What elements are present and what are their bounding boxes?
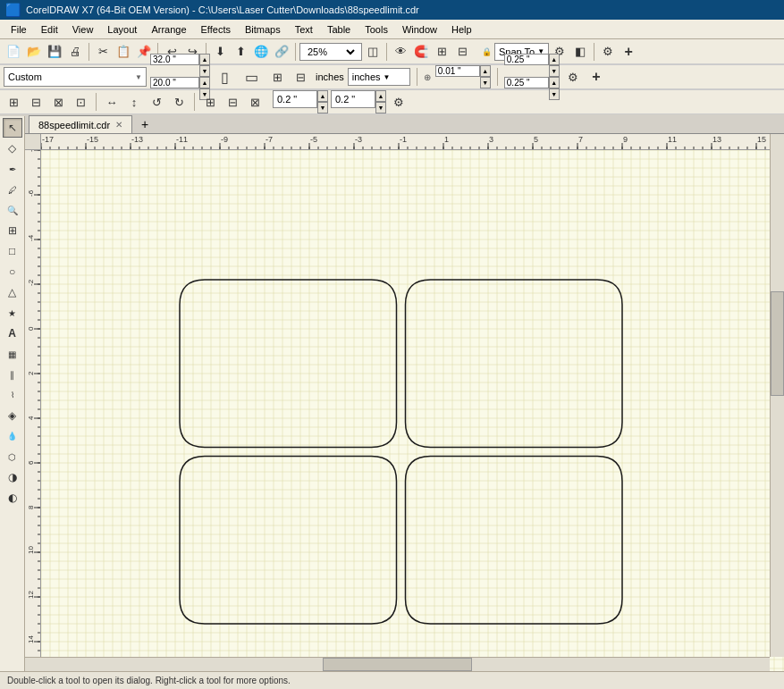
blend-tool[interactable]: ◈ xyxy=(3,406,22,425)
new-button[interactable]: 📄 xyxy=(4,42,23,62)
units-dropdown[interactable]: inches ▼ xyxy=(348,68,410,86)
x-down[interactable]: ▼ xyxy=(317,102,328,113)
menu-effects[interactable]: Effects xyxy=(194,21,238,38)
grid-toggle[interactable]: ⊞ xyxy=(432,42,451,62)
menu-tools[interactable]: Tools xyxy=(358,21,395,38)
group-btn[interactable]: ⊞ xyxy=(200,92,220,112)
rotate-90-ccw[interactable]: ↺ xyxy=(147,92,166,112)
ungroup-btn[interactable]: ⊟ xyxy=(223,92,242,112)
y-up[interactable]: ▲ xyxy=(375,90,386,102)
doc-tab-0[interactable]: 88speedlimit.cdr ✕ xyxy=(29,115,132,133)
add-tab-button[interactable]: + xyxy=(136,115,154,133)
scale-x-down[interactable]: ▼ xyxy=(549,65,560,77)
settings-gear[interactable]: ⚙ xyxy=(389,92,409,112)
menu-help[interactable]: Help xyxy=(444,21,479,38)
copy-button[interactable]: 📋 xyxy=(114,42,133,62)
fill-tool[interactable]: ⬡ xyxy=(3,447,22,466)
x-pos-field[interactable]: 0.2 " ▲ ▼ xyxy=(273,90,328,113)
menu-bitmaps[interactable]: Bitmaps xyxy=(238,21,288,38)
interactive-fill[interactable]: ◑ xyxy=(3,467,22,487)
scale-y-up[interactable]: ▲ xyxy=(549,77,560,88)
pointer-tool[interactable]: ↖ xyxy=(3,118,22,138)
eyedropper-tool[interactable]: 💧 xyxy=(3,426,22,446)
menu-file[interactable]: File xyxy=(4,21,34,38)
transparency-tool[interactable]: ◐ xyxy=(3,488,22,508)
nudge-field[interactable]: 0.01 " ▲ ▼ xyxy=(435,65,491,88)
crop-tool[interactable]: ⊞ xyxy=(3,221,22,240)
y-pos-field[interactable]: 0.2 " ▲ ▼ xyxy=(331,90,386,113)
guidelines-toggle[interactable]: ⊟ xyxy=(452,42,472,62)
nudge-up[interactable]: ▲ xyxy=(480,65,491,77)
import-button[interactable]: ⬇ xyxy=(210,42,230,62)
polygon-tool[interactable]: △ xyxy=(3,282,22,302)
height-up[interactable]: ▲ xyxy=(199,77,210,88)
connector-tool[interactable]: ⌇ xyxy=(3,385,22,405)
width-up[interactable]: ▲ xyxy=(199,54,210,65)
y-down[interactable]: ▼ xyxy=(375,102,386,113)
page-size-dropdown[interactable]: Custom xyxy=(4,67,147,87)
width-spinners[interactable]: ▲ ▼ xyxy=(199,54,210,77)
shape-tool[interactable]: ◇ xyxy=(3,139,22,158)
menu-layout[interactable]: Layout xyxy=(100,21,144,38)
menu-arrange[interactable]: Arrange xyxy=(144,21,193,38)
all-pages-button[interactable]: ⊞ xyxy=(267,67,287,87)
horizontal-scrollbar[interactable] xyxy=(25,657,770,671)
menu-edit[interactable]: Edit xyxy=(34,21,65,38)
tab-close-0[interactable]: ✕ xyxy=(115,120,122,130)
star-tool[interactable]: ★ xyxy=(3,303,22,323)
print-button[interactable]: 🖨 xyxy=(65,42,85,62)
mirror-h[interactable]: ↔ xyxy=(102,92,122,112)
rect-tool[interactable]: □ xyxy=(3,241,22,261)
select-all[interactable]: ⊞ xyxy=(4,92,23,112)
add-scale-btn[interactable]: + xyxy=(586,67,606,87)
scale-x-field[interactable]: 0.25 " ▲ ▼ xyxy=(504,54,560,77)
text-tool[interactable]: A xyxy=(3,323,22,343)
transform-box[interactable]: ⊡ xyxy=(71,92,90,112)
scale-x-spinners[interactable]: ▲ ▼ xyxy=(549,54,560,77)
rotate-90-cw[interactable]: ↻ xyxy=(169,92,189,112)
grid-canvas[interactable] xyxy=(41,150,784,689)
snap-toggle[interactable]: 🧲 xyxy=(411,42,431,62)
zoom-dropdown[interactable]: 25% 50% 75% 100% xyxy=(299,43,362,61)
add-button[interactable]: + xyxy=(619,42,638,62)
scale-y-down[interactable]: ▼ xyxy=(549,88,560,100)
export-button[interactable]: ⬆ xyxy=(231,42,250,62)
nudge-down[interactable]: ▼ xyxy=(480,77,491,88)
h-scroll-thumb[interactable] xyxy=(323,658,472,671)
menu-view[interactable]: View xyxy=(65,21,101,38)
freehand-tool[interactable]: ✒ xyxy=(3,159,22,179)
cut-button[interactable]: ✂ xyxy=(93,42,113,62)
corel-connect[interactable]: 🔗 xyxy=(272,42,291,62)
select-inverse[interactable]: ⊠ xyxy=(48,92,68,112)
canvas-area[interactable] xyxy=(25,134,784,689)
zoom-tool-box[interactable]: 🔍 xyxy=(3,200,22,220)
parallel-tool[interactable]: ∥ xyxy=(3,365,22,384)
nudge-spinners[interactable]: ▲ ▼ xyxy=(480,65,491,88)
x-up[interactable]: ▲ xyxy=(317,90,328,102)
width-down[interactable]: ▼ xyxy=(199,65,210,77)
deselect-all[interactable]: ⊟ xyxy=(26,92,46,112)
menu-window[interactable]: Window xyxy=(395,21,444,38)
width-field[interactable]: 32.0 " ▲ ▼ xyxy=(150,54,210,77)
save-button[interactable]: 💾 xyxy=(45,42,64,62)
mirror-v[interactable]: ↕ xyxy=(124,92,144,112)
publish-button[interactable]: 🌐 xyxy=(251,42,271,62)
v-scroll-thumb[interactable] xyxy=(771,291,784,396)
portrait-button[interactable]: ▯ xyxy=(214,64,235,89)
table-tool[interactable]: ▦ xyxy=(3,344,22,364)
menu-table[interactable]: Table xyxy=(320,21,358,38)
scale-y-field[interactable]: 0.25 " ▲ ▼ xyxy=(504,77,560,100)
current-page-button[interactable]: ⊟ xyxy=(291,67,310,87)
ellipse-tool[interactable]: ○ xyxy=(3,262,22,281)
open-button[interactable]: 📂 xyxy=(24,42,44,62)
scale-x-up[interactable]: ▲ xyxy=(549,54,560,65)
landscape-button[interactable]: ▭ xyxy=(239,66,264,88)
view-options[interactable]: ◧ xyxy=(570,42,590,62)
vertical-scrollbar[interactable] xyxy=(770,134,784,657)
main-drawing-canvas[interactable] xyxy=(41,150,784,689)
view-mode[interactable]: 👁 xyxy=(391,42,410,62)
menu-text[interactable]: Text xyxy=(288,21,320,38)
scaling-options[interactable]: ⚙ xyxy=(563,67,583,87)
combine-btn[interactable]: ⊠ xyxy=(245,92,265,112)
zoom-level-toggle[interactable]: ◫ xyxy=(363,42,383,62)
